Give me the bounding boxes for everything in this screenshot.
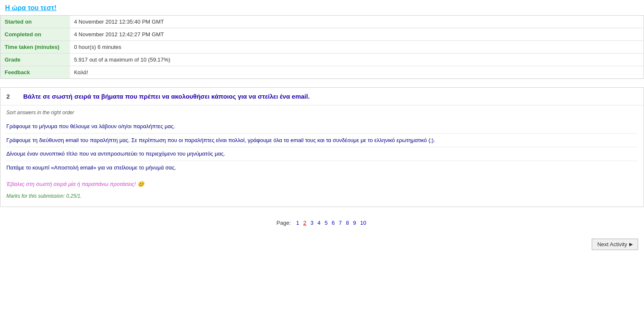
feedback-partial-text: Έβαλες στη σωστή σειρά μία ή παραπάνω πρ…: [6, 181, 144, 187]
page-link-2[interactable]: 2: [303, 220, 306, 226]
answer-text: Γράφουμε το μήνυμα που θέλουμε να λάβουν…: [6, 123, 175, 129]
summary-table: Started on4 November 2012 12:35:40 PM GM…: [0, 15, 644, 79]
answer-row: Γράφουμε τη διεύθυνση email του παραλήπτ…: [6, 134, 638, 148]
feedback-partial: Έβαλες στη σωστή σειρά μία ή παραπάνω πρ…: [6, 179, 638, 189]
page-link-10[interactable]: 10: [360, 220, 366, 226]
summary-value: Καλά!: [70, 66, 644, 79]
question-block: 2 Βάλτε σε σωστή σειρά τα βήματα που πρέ…: [0, 87, 644, 207]
page-link-6[interactable]: 6: [332, 220, 335, 226]
next-activity-button[interactable]: Next Activity ▶: [592, 239, 638, 250]
next-activity-label: Next Activity: [597, 241, 627, 247]
page-link-7[interactable]: 7: [339, 220, 342, 226]
question-number: 2: [6, 93, 15, 100]
question-text: Βάλτε σε σωστή σειρά τα βήματα που πρέπε…: [23, 93, 310, 100]
page-link-4[interactable]: 4: [318, 220, 321, 226]
summary-label: Feedback: [0, 66, 70, 79]
answer-row: Πατάμε το κουμπί «Αποστολή email» για να…: [6, 161, 638, 175]
page-link-8[interactable]: 8: [346, 220, 349, 226]
answer-text: Πατάμε το κουμπί «Αποστολή email» για να…: [6, 164, 176, 171]
summary-value: 5.917 out of a maximum of 10 (59.17%): [70, 54, 644, 66]
summary-label: Time taken (minutes): [0, 41, 70, 54]
question-body: Sort answers in the right order Γράφουμε…: [0, 105, 644, 207]
next-activity-arrow-icon: ▶: [629, 242, 633, 247]
page-link-5[interactable]: 5: [325, 220, 328, 226]
answer-row: Γράφουμε το μήνυμα που θέλουμε να λάβουν…: [6, 120, 638, 134]
bottom-bar: Next Activity ▶: [0, 234, 644, 254]
question-header: 2 Βάλτε σε σωστή σειρά τα βήματα που πρέ…: [0, 88, 644, 105]
pagination-area: Page: 1 2 3 4 5 6 7 8 9 10: [0, 211, 644, 230]
answers-container: Γράφουμε το μήνυμα που θέλουμε να λάβουν…: [6, 120, 638, 174]
page-link-3[interactable]: 3: [310, 220, 313, 226]
summary-value: 0 hour(s) 6 minutes: [70, 41, 644, 54]
pagination-links: 1 2 3 4 5 6 7 8 9 10: [295, 220, 367, 226]
summary-label: Started on: [0, 16, 70, 28]
summary-label: Completed on: [0, 28, 70, 41]
summary-value: 4 November 2012 12:42:27 PM GMT: [70, 28, 644, 41]
summary-value: 4 November 2012 12:35:40 PM GMT: [70, 16, 644, 28]
answer-row: Δίνουμε έναν συνοπτικό τίτλο που να αντι…: [6, 147, 638, 161]
answer-text: Γράφουμε τη διεύθυνση email του παραλήπτ…: [6, 137, 435, 143]
page-link-9[interactable]: 9: [353, 220, 356, 226]
page-title: Η ώρα του τεστ!: [0, 0, 644, 15]
answer-text: Δίνουμε έναν συνοπτικό τίτλο που να αντι…: [6, 151, 225, 157]
page-label: Page:: [277, 220, 291, 226]
page-link-1[interactable]: 1: [296, 220, 299, 226]
marks-text: Marks for this submission: 0.25/1.: [6, 193, 638, 202]
summary-label: Grade: [0, 54, 70, 66]
sort-instruction: Sort answers in the right order: [6, 110, 638, 116]
